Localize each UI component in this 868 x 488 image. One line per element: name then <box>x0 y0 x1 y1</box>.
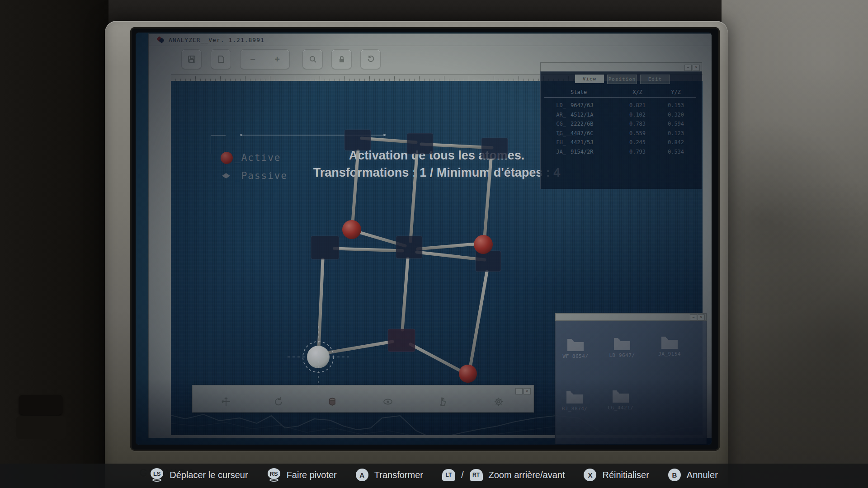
folder-icon <box>613 337 631 351</box>
folder-item[interactable]: BJ_8874/ <box>557 390 593 412</box>
rotate-tool-button[interactable] <box>273 396 284 407</box>
x-button-icon: X <box>584 469 596 481</box>
folder-item[interactable]: JA_9154 <box>651 335 688 357</box>
crt-screen: ANALYZER__Ver. 1.21.8991 − + <box>136 33 712 445</box>
new-document-button[interactable] <box>211 49 231 69</box>
folder-window-body: WF_8654/ LD_9647/ JA_9154 BJ_8874/ CG_44… <box>555 321 707 444</box>
row-yz: 0.534 <box>657 149 694 155</box>
minimize-button[interactable]: − <box>690 314 697 320</box>
table-row: AR_ 4512/1A 0.102 0.320 <box>545 110 694 120</box>
hint-label: Zoom arrière/avant <box>489 470 565 480</box>
state-panel-body: View Position Edit State X/Z Y/Z LD_ 964… <box>540 71 702 189</box>
row-xz: 0.783 <box>618 121 657 127</box>
hint-rotate: RS Faire pivoter <box>267 468 337 482</box>
table-row: FH_ 4421/5J 0.245 0.842 <box>545 138 694 147</box>
right-stick-icon: RS <box>267 468 281 482</box>
folder-icon <box>660 335 679 350</box>
slash-separator: / <box>461 470 464 480</box>
folder-window: − × WF_8654/ LD_9647/ JA_9154 B <box>555 313 707 444</box>
save-button[interactable] <box>181 49 202 69</box>
row-xz: 0.793 <box>618 149 657 155</box>
row-id: JA_ <box>545 149 571 155</box>
lock-icon <box>338 55 346 63</box>
tab-view[interactable]: View <box>575 75 604 83</box>
row-state: 4512/1A <box>571 112 618 118</box>
table-row: LD_ 9647/6J 0.821 0.153 <box>545 101 694 110</box>
folder-label: JA_9154 <box>651 351 688 357</box>
folder-icon <box>566 390 584 404</box>
rt-button-icon: RT <box>470 469 483 481</box>
zoom-in-icon[interactable]: + <box>274 54 280 65</box>
zoom-buttons[interactable]: − + <box>240 49 290 69</box>
eye-icon <box>382 396 393 407</box>
b-button-icon: B <box>668 469 681 481</box>
close-button[interactable]: × <box>693 65 700 71</box>
row-id: CG_ <box>545 121 571 127</box>
analyzer-logo-icon <box>157 36 165 43</box>
folder-label: BJ_8874/ <box>557 406 593 412</box>
row-id: TG_ <box>545 130 571 136</box>
reset-button[interactable] <box>360 49 381 69</box>
row-state: 4421/5J <box>571 139 618 145</box>
state-table-header: State X/Z Y/Z <box>545 89 694 95</box>
weight-object <box>16 392 70 443</box>
save-icon <box>188 55 196 63</box>
folder-label: WF_8654/ <box>557 353 594 359</box>
folder-item[interactable]: LD_9647/ <box>604 337 640 358</box>
table-row: TG_ 4487/6C 0.559 0.123 <box>545 129 694 138</box>
cube-tool-button[interactable] <box>327 396 338 407</box>
left-stick-icon: LS <box>150 468 164 482</box>
minimize-button[interactable]: − <box>684 65 692 71</box>
state-panel-window: − × View Position Edit State X/Z Y/Z <box>540 62 702 189</box>
document-icon <box>217 55 225 63</box>
game-scene: ANALYZER__Ver. 1.21.8991 − + <box>0 0 868 488</box>
analyzer-title: ANALYZER__Ver. 1.21.8991 <box>169 37 264 43</box>
row-yz: 0.320 <box>657 112 694 118</box>
lock-button[interactable] <box>331 49 352 69</box>
close-button[interactable]: × <box>698 314 705 320</box>
eye-tool-button[interactable] <box>382 396 393 407</box>
state-panel-titlebar[interactable]: − × <box>540 62 702 71</box>
row-xz: 0.821 <box>618 102 657 108</box>
folder-window-titlebar[interactable]: − × <box>555 313 707 321</box>
row-id: AR_ <box>545 112 571 118</box>
row-state: 9154/2R <box>571 149 618 155</box>
row-xz: 0.559 <box>618 130 657 136</box>
analyzer-titlebar: ANALYZER__Ver. 1.21.8991 <box>149 34 712 46</box>
hand-tool-button[interactable] <box>437 396 448 407</box>
row-id: FH_ <box>545 139 571 145</box>
hint-label: Annuler <box>687 470 718 480</box>
folder-icon <box>612 389 630 404</box>
row-yz: 0.123 <box>657 130 694 136</box>
minimize-button[interactable]: − <box>515 388 523 394</box>
hint-label: Déplacer le curseur <box>170 470 248 480</box>
search-button[interactable] <box>302 49 323 69</box>
settings-tool-button[interactable] <box>493 396 504 407</box>
folder-label: LD_9647/ <box>604 352 640 358</box>
table-divider <box>544 97 696 98</box>
measure-line <box>241 135 385 136</box>
row-state: 2222/6B <box>571 121 618 127</box>
wall-right <box>722 0 868 488</box>
row-id: LD_ <box>545 102 571 108</box>
move-tool-button[interactable] <box>221 396 231 407</box>
col-state: State <box>571 89 618 95</box>
tool-window: − × <box>192 385 534 413</box>
reset-icon <box>367 55 375 63</box>
tab-edit[interactable]: Edit <box>640 75 670 84</box>
hint-label: Transformer <box>374 470 423 480</box>
move-icon <box>221 396 231 407</box>
hint-transform: A Transformer <box>356 469 423 481</box>
table-row: JA_ 9154/2R 0.793 0.534 <box>545 147 694 157</box>
row-state: 4487/6C <box>571 130 618 136</box>
row-state: 9647/6J <box>571 102 618 108</box>
folder-item[interactable]: CG_4421/ <box>603 389 639 411</box>
folder-item[interactable]: WF_8654/ <box>557 338 594 359</box>
col-xz: X/Z <box>618 89 657 95</box>
close-button[interactable]: × <box>524 388 531 394</box>
hint-zoom: LT / RT Zoom arrière/avant <box>442 469 565 481</box>
tab-position[interactable]: Position <box>607 75 637 84</box>
zoom-out-icon[interactable]: − <box>250 54 255 65</box>
row-yz: 0.594 <box>657 121 694 127</box>
hand-icon <box>437 396 448 407</box>
